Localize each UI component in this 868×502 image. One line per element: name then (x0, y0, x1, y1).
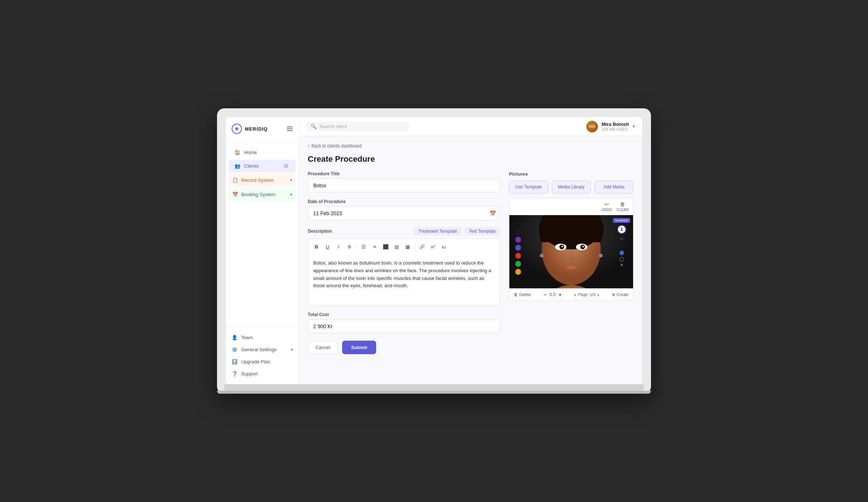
subscript-button[interactable]: x₂ (439, 242, 449, 251)
sidebar-item-team[interactable]: 👤 Team (226, 331, 299, 344)
zoom-in-button[interactable]: + (558, 292, 561, 297)
media-library-button[interactable]: Media Library (552, 180, 591, 194)
color-purple-dark[interactable] (515, 237, 521, 243)
general-settings-label: General Settings (241, 347, 277, 352)
color-purple-light[interactable] (515, 245, 521, 251)
record-system-label: Record System (241, 177, 274, 183)
mini-color-small[interactable] (621, 264, 623, 266)
home-icon: 🏠 (235, 150, 240, 155)
user-dropdown-icon[interactable]: ▾ (633, 124, 635, 129)
zoom-control: − 0.5 + (544, 292, 562, 297)
create-label: Create (617, 292, 629, 297)
submit-button[interactable]: Submit (342, 341, 376, 354)
search-icon: 🔍 (311, 124, 317, 129)
align-justify-button[interactable]: ▦ (403, 242, 412, 251)
back-link[interactable]: ‹ Back to clients dashboard (308, 143, 633, 149)
mini-color-ring[interactable] (620, 257, 624, 262)
color-palette (512, 226, 524, 278)
cancel-button[interactable]: Cancel (308, 341, 338, 354)
treatment-template-button[interactable]: Treatment Template (414, 227, 461, 236)
date-group: Date of Procedure 📅 (308, 199, 500, 220)
color-black[interactable] (515, 229, 521, 235)
page-prev-button[interactable]: ‹ (574, 292, 576, 297)
zoom-out-button[interactable]: − (544, 292, 547, 297)
superscript-button[interactable]: x² (428, 242, 438, 251)
description-editor[interactable]: Botox, also known as botulinum toxin, is… (308, 254, 500, 306)
team-label: Team (241, 335, 253, 340)
align-center-button[interactable]: ▤ (392, 242, 401, 251)
sidebar-item-general-settings[interactable]: ⚙️ General Settings ▾ (226, 344, 299, 356)
delete-label: Delete (519, 292, 531, 297)
color-red[interactable] (515, 253, 521, 259)
page-next-button[interactable]: › (598, 292, 599, 297)
delete-button[interactable]: 🗑 Delete (514, 292, 531, 297)
italic-button[interactable]: I (334, 242, 343, 251)
mini-color-blue[interactable] (620, 251, 624, 255)
date-input[interactable] (308, 206, 500, 220)
booking-system-label: Booking System (241, 192, 276, 197)
total-cost-input[interactable] (308, 319, 500, 333)
underline-button[interactable]: U (323, 242, 332, 251)
sidebar-item-support[interactable]: ❓ Support (226, 368, 299, 380)
link-button[interactable]: 🔗 (417, 242, 427, 251)
undo-icon: ↩ (605, 201, 609, 207)
record-system-arrow-icon: ▾ (290, 178, 292, 182)
strikethrough-button[interactable]: S (345, 242, 354, 251)
sidebar-item-clients[interactable]: 👥 Clients 12 (229, 160, 296, 172)
sidebar-item-home[interactable]: 🏠 Home (229, 146, 296, 159)
main-content: 🔍 Search client MB Mira Botosh 166 MB US… (299, 117, 642, 384)
calendar-icon: 📅 (490, 210, 496, 216)
form-left: Procedure Title Date of Procedure 📅 (308, 171, 500, 354)
delete-icon: 🗑 (514, 292, 518, 297)
hamburger-menu[interactable] (287, 127, 293, 131)
description-text: Botox, also known as botulinum toxin, is… (313, 260, 491, 288)
sidebar-nav: 🏠 Home 👥 Clients 12 📋 Record System (226, 141, 299, 327)
procedure-title-input[interactable] (308, 179, 500, 192)
list-ordered-button[interactable]: ≡ (370, 242, 379, 251)
use-template-button[interactable]: Use Template (509, 180, 548, 194)
logo-text: MERIDIQ (245, 126, 268, 132)
toolbar-divider-2 (415, 244, 415, 250)
back-arrow-icon: ‹ (308, 143, 309, 149)
meridiq-logo-icon (232, 124, 242, 134)
user-info: MB Mira Botosh 166 MB USED ▾ (586, 121, 635, 132)
clear-icon: 🗑 (620, 201, 625, 207)
settings-arrow-icon: ▾ (291, 348, 293, 352)
svg-point-9 (561, 246, 563, 247)
clear-button[interactable]: 🗑 CLEAR (617, 201, 629, 212)
create-button[interactable]: ⊕ Create (612, 292, 629, 297)
page-content: ‹ Back to clients dashboard Create Proce… (299, 136, 642, 384)
undo-button[interactable]: ↩ UNDO (601, 201, 612, 212)
text-template-button[interactable]: Text Template (464, 227, 500, 236)
bold-button[interactable]: B (312, 242, 321, 251)
sidebar-item-booking-system[interactable]: 📅 Booking System ▾ (229, 188, 296, 201)
description-header: Description Treatment Template Text Temp… (308, 227, 500, 236)
color-yellow[interactable] (515, 269, 521, 275)
home-label: Home (244, 150, 257, 155)
pictures-buttons: Use Template Media Library Add Media (509, 180, 633, 194)
sidebar-item-record-system[interactable]: 📋 Record System ▾ (229, 174, 296, 187)
add-media-button[interactable]: Add Media (594, 180, 633, 194)
procedure-title-label: Procedure Title (308, 171, 500, 176)
toolbar-divider-1 (356, 244, 357, 250)
color-green[interactable] (515, 261, 521, 267)
sidebar: MERIDIQ 🏠 Home 👥 Clients 12 (226, 117, 299, 384)
description-group: Description Treatment Template Text Temp… (308, 227, 500, 306)
total-cost-group: Total Cost (308, 312, 500, 333)
list-unordered-button[interactable]: ☰ (359, 242, 368, 251)
booking-system-arrow-icon: ▾ (290, 192, 292, 196)
clients-badge: 12 (282, 164, 290, 168)
support-icon: ❓ (232, 371, 237, 376)
clients-icon: 👥 (235, 163, 240, 169)
search-bar[interactable]: 🔍 Search client (306, 121, 409, 131)
annotation-number-label: NUMBER (613, 218, 630, 223)
sidebar-item-upgrade-plan[interactable]: ⬆️ Upgrade Plan (226, 356, 299, 368)
annotation-close-button[interactable]: ✕ (620, 236, 624, 242)
mini-color-black[interactable] (620, 244, 624, 248)
align-left-button[interactable]: ⬛ (381, 242, 390, 251)
record-system-icon: 📋 (232, 177, 238, 183)
form-actions: Cancel Submit (308, 341, 500, 354)
pictures-label: Pictures (509, 171, 633, 177)
page-indicator: Page: 1/3 (578, 292, 595, 297)
annotation-number-display: 1 (617, 225, 626, 234)
